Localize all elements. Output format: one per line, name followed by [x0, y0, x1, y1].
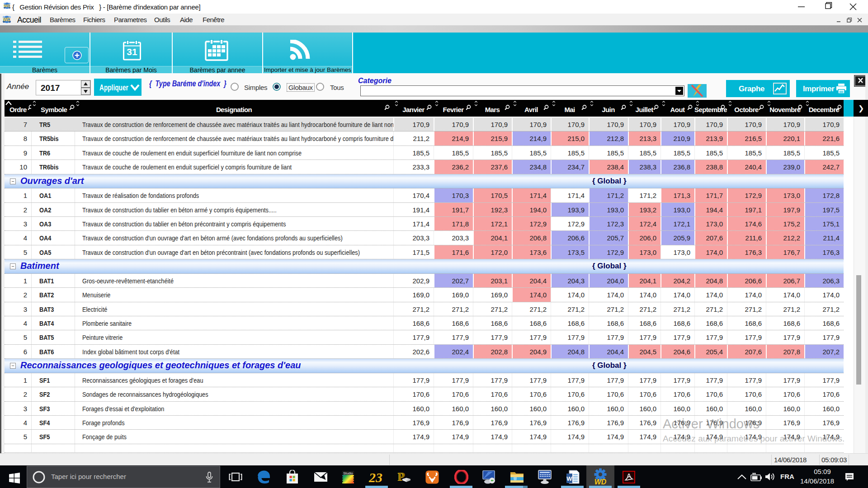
svg-text:W: W: [566, 475, 572, 482]
svg-text:WD: WD: [594, 478, 607, 486]
svg-text:Studio: Studio: [343, 471, 353, 475]
svg-text:P: P: [398, 470, 405, 483]
